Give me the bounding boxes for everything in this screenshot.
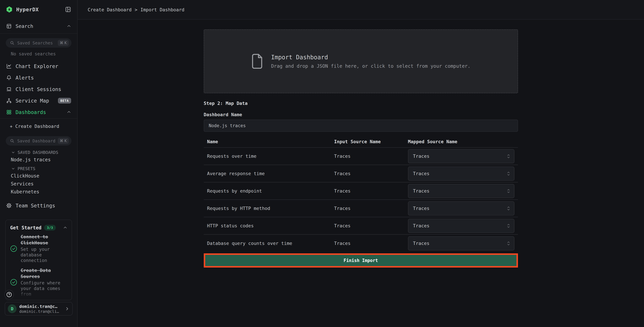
dropzone-texts: Import Dashboard Drag and drop a JSON fi… (271, 54, 470, 69)
selected-source: Traces (413, 171, 430, 176)
sidebar-item-dashboards[interactable]: Dashboards (0, 106, 77, 118)
sidebar-item-label: Service Map (16, 98, 49, 104)
user-texts: dominic.tran@c… dominic.tran@cli… (19, 304, 62, 314)
preset-item-label: Services (11, 181, 34, 187)
saved-dashboards-section-label: SAVED DASHBOARDS (18, 150, 58, 155)
saved-dashboards-section-header[interactable]: SAVED DASHBOARDS (0, 149, 77, 156)
input-source-cell: Traces (334, 206, 408, 211)
select-chevrons-icon (507, 154, 510, 159)
saved-dashboard-item-label: Node.js traces (11, 157, 51, 162)
sidebar-item-label: Chart Explorer (16, 63, 58, 69)
collapse-sidebar-button[interactable] (65, 6, 72, 13)
chevron-right-icon (64, 306, 70, 311)
sidebar-item-service-map[interactable]: Service Map BETA (0, 95, 77, 106)
dashboard-name-label: Dashboard Name (204, 112, 518, 117)
select-chevrons-icon (507, 188, 510, 194)
import-dropzone[interactable]: Import Dashboard Drag and drop a JSON fi… (204, 30, 518, 93)
preset-item-label: ClickHouse (11, 173, 39, 179)
help-button[interactable] (4, 290, 14, 299)
dropzone-title: Import Dashboard (271, 54, 470, 61)
selected-source: Traces (413, 206, 430, 211)
mapped-source-select[interactable]: Traces (408, 219, 514, 233)
get-started-card: Get Started 3/3 Connect to ClickHouse Se… (6, 220, 72, 300)
user-name: dominic.tran@c… (19, 304, 62, 309)
presets-section-label: PRESETS (18, 166, 35, 171)
team-settings-label: Team Settings (16, 203, 55, 208)
saved-dashboard-item-nodejs-traces[interactable]: Node.js traces (0, 156, 77, 164)
breadcrumb-separator: > (135, 7, 137, 12)
service-map-icon (6, 98, 12, 104)
saved-searches-shortcut: ⌘ K (58, 40, 69, 46)
input-source-cell: Traces (334, 223, 408, 228)
search-icon (10, 138, 14, 143)
saved-searches-input[interactable] (17, 40, 55, 46)
preset-item-clickhouse[interactable]: ClickHouse (0, 172, 77, 180)
input-source-cell: Traces (334, 154, 408, 159)
saved-searches-search[interactable]: ⌘ K (6, 38, 72, 48)
mapped-source-select[interactable]: Traces (408, 184, 514, 198)
column-header-name: Name (204, 139, 334, 144)
bell-icon (6, 75, 12, 80)
sidebar-item-team-settings[interactable]: Team Settings (0, 200, 77, 211)
get-started-item-connect-clickhouse[interactable]: Connect to ClickHouse Set up your databa… (10, 234, 67, 263)
column-header-mapped-source: Mapped Source Name (408, 139, 518, 144)
file-icon (251, 53, 263, 69)
table-row: HTTP status codes Traces Traces (204, 217, 518, 234)
create-dashboard-button[interactable]: + Create Dashboard (0, 120, 77, 132)
chart-name-cell: Average response time (204, 171, 334, 176)
chart-name-cell: Requests by HTTP method (204, 206, 334, 211)
app-title: HyperDX (16, 6, 61, 12)
breadcrumb-create-dashboard[interactable]: Create Dashboard (88, 7, 132, 12)
get-started-item-create-data-sources[interactable]: Create Data Sources Configure where your… (10, 268, 67, 297)
saved-dashboards-input[interactable] (17, 138, 55, 144)
table-row: Database query counts over time Traces T… (204, 234, 518, 252)
check-circle-icon (10, 279, 17, 286)
sidebar-item-alerts[interactable]: Alerts (0, 72, 77, 84)
import-dashboard-content: Import Dashboard Drag and drop a JSON fi… (204, 20, 518, 268)
breadcrumb-import-dashboard[interactable]: Import Dashboard (140, 7, 184, 12)
chevron-up-icon (67, 24, 71, 28)
table-row: Requests by HTTP method Traces Traces (204, 200, 518, 217)
saved-dashboards-search[interactable]: ⌘ K (6, 136, 72, 146)
sidebar-item-search[interactable]: Search (0, 19, 77, 34)
column-header-input-source: Input Source Name (334, 139, 408, 144)
preset-item-services[interactable]: Services (0, 180, 77, 188)
check-circle-icon (10, 245, 17, 252)
step-label: Step 2: Map Data (204, 101, 518, 106)
select-chevrons-icon (507, 171, 510, 176)
finish-import-button[interactable]: Finish Import (205, 255, 516, 266)
chart-name-cell: HTTP status codes (204, 223, 334, 228)
sidebar: HyperDX Search (0, 0, 78, 327)
main-area: Create Dashboard > Import Dashboard Impo… (78, 0, 644, 327)
chart-name-cell: Requests by endpoint (204, 188, 334, 194)
mapped-source-select[interactable]: Traces (408, 166, 514, 181)
mapped-source-select[interactable]: Traces (408, 236, 514, 250)
user-email: dominic.tran@cli… (19, 309, 62, 314)
dashboard-name-input[interactable] (204, 120, 518, 132)
finish-import-highlight-annotation: Finish Import (204, 253, 518, 268)
sidebar-item-label: Client Sessions (16, 86, 61, 92)
sidebar-item-chart-explorer[interactable]: Chart Explorer (0, 60, 77, 72)
progress-badge: 3/3 (44, 225, 56, 230)
mapped-source-select[interactable]: Traces (408, 149, 514, 163)
preset-item-label: Kubernetes (11, 189, 39, 194)
sidebar-item-client-sessions[interactable]: Client Sessions (0, 84, 77, 95)
user-menu[interactable]: D dominic.tran@c… dominic.tran@cli… (5, 302, 73, 316)
get-started-header[interactable]: Get Started 3/3 (10, 224, 67, 232)
input-source-cell: Traces (334, 171, 408, 176)
input-source-cell: Traces (334, 241, 408, 246)
mapped-source-select[interactable]: Traces (408, 201, 514, 216)
table-row: Requests over time Traces Traces (204, 148, 518, 165)
chart-name-cell: Requests over time (204, 154, 334, 159)
beta-badge: BETA (58, 98, 71, 104)
table-header-row: Name Input Source Name Mapped Source Nam… (204, 136, 518, 148)
table-row: Average response time Traces Traces (204, 165, 518, 182)
select-chevrons-icon (507, 206, 510, 211)
hyperdx-logo-icon[interactable] (6, 6, 13, 13)
get-started-item-subtitle: Set up your database connection (20, 246, 67, 263)
chevron-down-icon (11, 150, 15, 154)
presets-section-header[interactable]: PRESETS (0, 165, 77, 172)
mapping-table: Name Input Source Name Mapped Source Nam… (204, 136, 518, 252)
preset-item-kubernetes[interactable]: Kubernetes (0, 188, 77, 196)
chart-name-cell: Database query counts over time (204, 241, 334, 246)
